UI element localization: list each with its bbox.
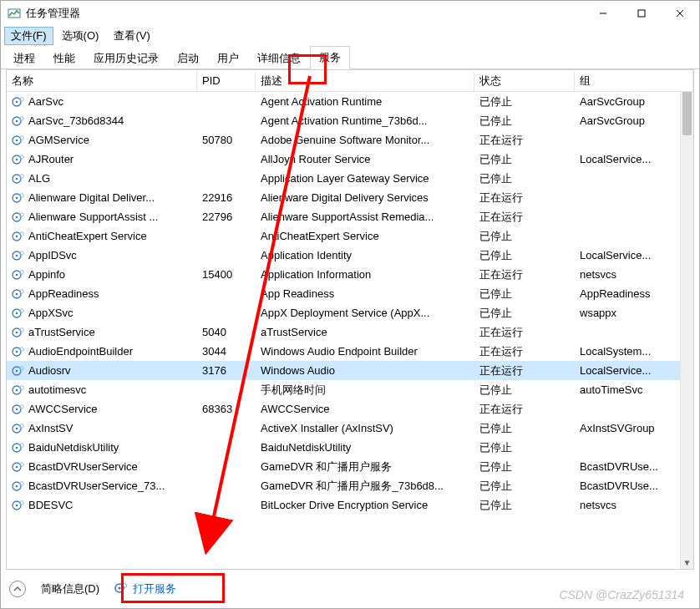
services-list[interactable]: AarSvcAgent Activation Runtime已停止AarSvcG…: [7, 92, 680, 569]
svg-point-18: [16, 177, 18, 180]
tab-services[interactable]: 服务: [310, 46, 350, 69]
svg-point-60: [16, 446, 18, 449]
service-pid: 50780: [197, 131, 256, 149]
col-name-header[interactable]: 名称: [7, 71, 197, 91]
service-group: LocalService...: [575, 362, 680, 379]
col-desc-header[interactable]: 描述: [256, 71, 474, 91]
service-group: AarSvcGroup: [575, 112, 680, 129]
close-button[interactable]: [661, 1, 699, 26]
svg-point-15: [16, 158, 18, 160]
service-group: BcastDVRUse...: [575, 458, 680, 475]
tab-performance[interactable]: 性能: [44, 47, 84, 69]
service-row[interactable]: ALGApplication Layer Gateway Service已停止: [7, 169, 680, 188]
service-group: AarSvcGroup: [575, 93, 680, 110]
service-status: 已停止: [474, 380, 575, 400]
service-pid: 3176: [197, 362, 256, 379]
service-desc: App Readiness: [256, 285, 474, 302]
col-status-header[interactable]: 状态: [474, 71, 575, 91]
service-row[interactable]: AudioEndpointBuilder3044Windows Audio En…: [7, 342, 680, 361]
minimize-button[interactable]: [584, 1, 622, 26]
scroll-thumb[interactable]: [682, 85, 692, 135]
service-pid: [197, 484, 256, 489]
service-row[interactable]: BDESVCBitLocker Drive Encryption Service…: [7, 495, 680, 515]
tab-processes[interactable]: 进程: [4, 47, 44, 69]
service-icon: [12, 307, 25, 320]
service-desc: AWCCService: [256, 400, 474, 418]
service-icon: [12, 153, 25, 166]
svg-point-6: [16, 100, 18, 103]
service-status: 正在运行: [474, 207, 575, 227]
service-row[interactable]: AppIDSvcApplication Identity已停止LocalServ…: [7, 246, 680, 265]
tab-app-history[interactable]: 应用历史记录: [84, 47, 168, 69]
service-name: AntiCheatExpert Service: [28, 230, 147, 242]
fewer-details-toggle[interactable]: [9, 581, 26, 597]
tab-details[interactable]: 详细信息: [248, 47, 310, 69]
service-name: AarSvc_73b6d8344: [28, 114, 124, 127]
service-group: BcastDVRUse...: [575, 477, 680, 495]
service-row[interactable]: BaiduNetdiskUtilityBaiduNetdiskUtility已停…: [7, 438, 680, 457]
services-icon: [114, 581, 128, 597]
service-row[interactable]: BcastDVRUserServiceGameDVR 和广播用户服务已停止Bca…: [7, 457, 680, 476]
menu-options[interactable]: 选项(O): [55, 27, 106, 45]
service-name: AarSvc: [28, 95, 63, 108]
tab-users[interactable]: 用户: [208, 47, 248, 69]
service-row[interactable]: Appinfo15400Application Information正在运行n…: [7, 265, 680, 284]
service-icon: [12, 134, 25, 147]
service-row[interactable]: aTrustService5040aTrustService正在运行: [7, 322, 680, 342]
service-row[interactable]: AntiCheatExpert ServiceAntiCheatExpert S…: [7, 226, 680, 246]
footer: 简略信息(D) 打开服务: [1, 570, 699, 608]
svg-point-48: [16, 369, 18, 372]
service-group: netsvcs: [575, 266, 680, 283]
service-row[interactable]: AarSvc_73b6d8344Agent Activation Runtime…: [7, 111, 680, 130]
fewer-details-label[interactable]: 简略信息(D): [41, 581, 99, 596]
service-pid: 22916: [197, 189, 256, 206]
open-services-text[interactable]: 打开服务: [133, 581, 176, 596]
service-pid: [197, 388, 256, 393]
service-row[interactable]: AJRouterAllJoyn Router Service已停止LocalSe…: [7, 150, 680, 169]
service-row[interactable]: autotimesvc手机网络时间已停止autoTimeSvc: [7, 380, 680, 399]
menu-view[interactable]: 查看(V): [107, 27, 156, 45]
service-group: LocalService...: [575, 246, 680, 264]
service-status: 已停止: [474, 226, 575, 246]
maximize-button[interactable]: [622, 1, 661, 26]
service-row[interactable]: Audiosrv3176Windows Audio正在运行LocalServic…: [7, 361, 680, 380]
service-group: [575, 445, 680, 450]
menu-file[interactable]: 文件(F): [4, 27, 53, 45]
svg-rect-2: [638, 10, 645, 17]
service-row[interactable]: AarSvcAgent Activation Runtime已停止AarSvcG…: [7, 92, 680, 111]
scroll-down-arrow[interactable]: ▼: [681, 556, 693, 569]
service-icon: [12, 230, 25, 243]
col-pid-header[interactable]: PID: [197, 72, 256, 89]
vertical-scrollbar[interactable]: ▲ ▼: [680, 70, 693, 569]
service-group: wsappx: [575, 304, 680, 322]
service-row[interactable]: AxInstSVActiveX Installer (AxInstSV)已停止A…: [7, 419, 680, 438]
service-icon: [12, 422, 25, 435]
column-headers: 名称 PID 描述 状态 组: [7, 70, 693, 92]
svg-point-27: [16, 235, 18, 237]
open-services-link[interactable]: 打开服务: [114, 581, 176, 597]
service-group: netsvcs: [575, 496, 680, 514]
service-row[interactable]: Alienware SupportAssist ...22796Alienwar…: [7, 207, 680, 226]
svg-point-45: [16, 350, 18, 353]
col-group-header[interactable]: 组: [575, 71, 693, 91]
service-row[interactable]: AWCCService68363AWCCService正在运行: [7, 399, 680, 419]
service-group: AxInstSVGroup: [575, 419, 680, 437]
service-row[interactable]: AppXSvcAppX Deployment Service (AppX...已…: [7, 303, 680, 322]
service-row[interactable]: AGMService50780Adobe Genuine Software Mo…: [7, 130, 680, 150]
service-row[interactable]: AppReadinessApp Readiness已停止AppReadiness: [7, 284, 680, 303]
service-group: [575, 176, 680, 181]
service-status: 已停止: [474, 457, 575, 477]
svg-point-57: [16, 427, 18, 429]
svg-point-54: [16, 408, 18, 410]
service-group: LocalSystem...: [575, 343, 680, 360]
service-status: 已停止: [474, 150, 575, 170]
tab-startup[interactable]: 启动: [168, 47, 208, 69]
service-pid: [197, 445, 256, 450]
service-group: [575, 234, 680, 239]
service-row[interactable]: BcastDVRUserService_73...GameDVR 和广播用户服务…: [7, 476, 680, 495]
service-row[interactable]: Alienware Digital Deliver...22916Alienwa…: [7, 188, 680, 207]
service-status: 已停止: [474, 438, 575, 458]
service-desc: Application Layer Gateway Service: [256, 170, 474, 187]
service-pid: [197, 99, 256, 104]
service-desc: GameDVR 和广播用户服务_73b6d8...: [256, 476, 474, 496]
